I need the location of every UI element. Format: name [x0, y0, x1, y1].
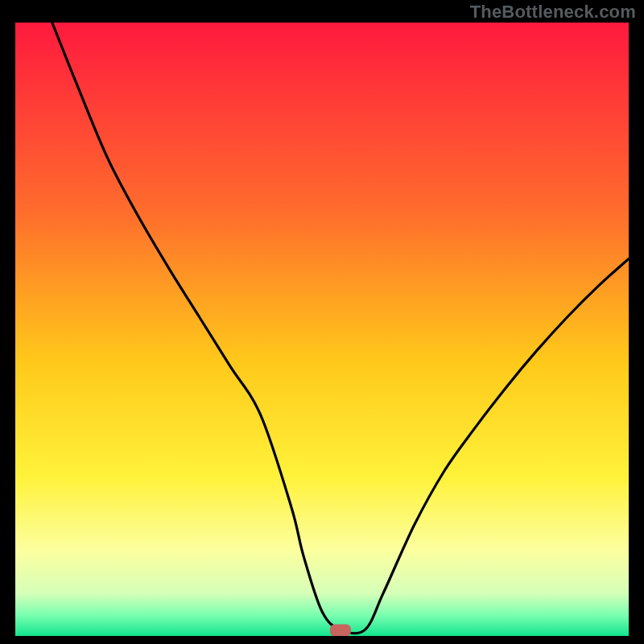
watermark-text: TheBottleneck.com: [470, 2, 636, 23]
gradient-background: [15, 23, 629, 636]
chart-container: TheBottleneck.com: [0, 0, 644, 644]
plot-area: [15, 23, 629, 636]
minimum-marker: [330, 624, 351, 636]
chart-svg: [15, 23, 629, 636]
